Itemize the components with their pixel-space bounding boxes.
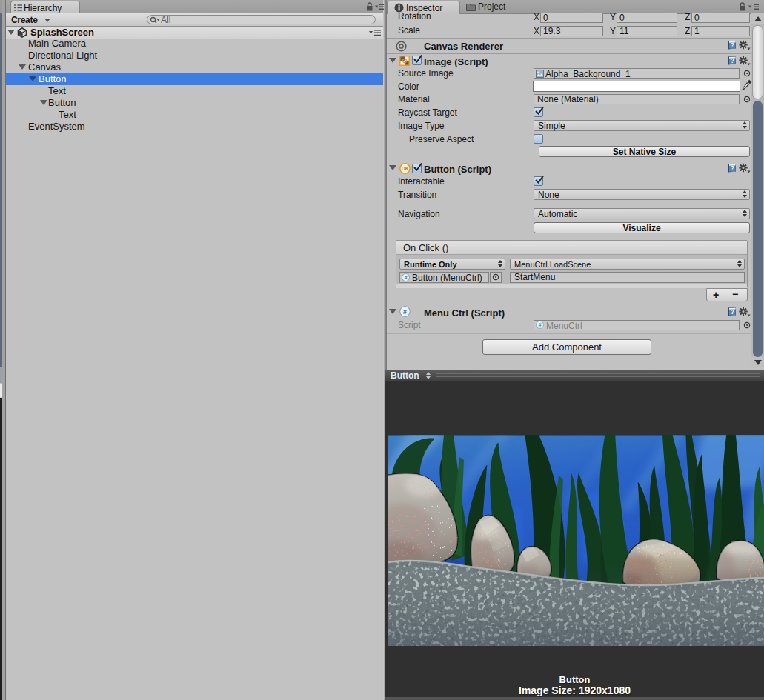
svg-text:?: ? xyxy=(731,308,734,316)
svg-text:?: ? xyxy=(731,164,734,172)
svg-text:?: ? xyxy=(731,57,734,64)
svg-text:OK: OK xyxy=(402,166,409,171)
svg-text:#: # xyxy=(403,308,407,316)
svg-text:?: ? xyxy=(731,41,734,49)
